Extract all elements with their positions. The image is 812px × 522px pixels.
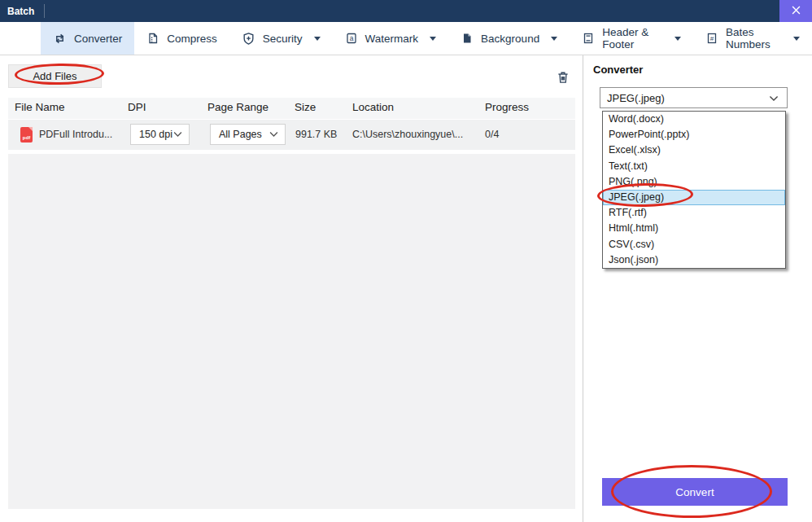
dpi-select[interactable]: 150 dpi xyxy=(130,124,190,145)
tab-security[interactable]: Security xyxy=(229,22,333,55)
column-header-page-range: Page Range xyxy=(207,101,268,113)
svg-text:a: a xyxy=(349,34,353,42)
dropdown-option-png[interactable]: PNG(.png) xyxy=(603,174,785,190)
file-size: 991.7 KB xyxy=(295,129,337,140)
watermark-icon: a xyxy=(345,32,358,45)
svg-text:#: # xyxy=(710,35,714,42)
tab-header-footer[interactable]: Header & Footer xyxy=(570,22,693,55)
titlebar-divider xyxy=(44,4,45,18)
security-icon xyxy=(242,32,255,46)
close-icon xyxy=(792,5,801,17)
converter-icon xyxy=(53,32,67,46)
header-footer-icon xyxy=(582,32,595,45)
chevron-down-icon xyxy=(269,129,278,140)
tab-watermark[interactable]: a Watermark xyxy=(333,22,449,55)
column-header-size: Size xyxy=(295,101,316,113)
tab-background[interactable]: Background xyxy=(448,22,570,55)
column-header-file-name: File Name xyxy=(15,101,65,113)
chevron-down-icon xyxy=(551,37,557,41)
tab-label: Header & Footer xyxy=(602,26,663,50)
chevron-down-icon xyxy=(769,92,779,104)
dropdown-option-text[interactable]: Text(.txt) xyxy=(603,159,785,174)
dropdown-option-jpeg[interactable]: JPEG(.jpeg) xyxy=(603,190,785,205)
trash-icon xyxy=(556,75,570,87)
background-icon xyxy=(461,32,474,45)
batch-window: Batch Converter C xyxy=(0,0,812,522)
format-select-value: JPEG(.jpeg) xyxy=(607,92,665,104)
chevron-down-icon xyxy=(173,129,182,140)
toolbar-tabs: Converter Compress Security xyxy=(0,22,812,55)
dropdown-option-html[interactable]: Html(.html) xyxy=(603,221,785,236)
format-select[interactable]: JPEG(.jpeg) xyxy=(600,87,788,108)
dropdown-option-json[interactable]: Json(.json) xyxy=(603,252,785,268)
chevron-down-icon xyxy=(793,37,800,41)
column-header-location: Location xyxy=(352,101,394,113)
tab-label: Bates Numbers xyxy=(726,26,782,50)
tab-label: Background xyxy=(481,33,539,45)
tab-compress[interactable]: Compress xyxy=(134,22,229,55)
chevron-down-icon xyxy=(314,37,321,41)
tab-bates-numbers[interactable]: # Bates Numbers xyxy=(693,22,812,55)
chevron-down-icon xyxy=(674,37,681,41)
titlebar: Batch xyxy=(0,0,812,22)
tab-label: Watermark xyxy=(365,33,419,45)
window-title: Batch xyxy=(0,6,34,17)
file-list-empty-area xyxy=(8,154,575,509)
dropdown-option-powerpoint[interactable]: PowerPoint(.pptx) xyxy=(603,127,785,143)
file-name: PDFull Introdu... xyxy=(39,129,112,140)
file-table-header: File Name DPI Page Range Size Location P… xyxy=(8,98,575,119)
file-location: C:\Users\zhouxingyue\... xyxy=(352,129,463,140)
page-range-select[interactable]: All Pages xyxy=(210,124,286,145)
tab-converter[interactable]: Converter xyxy=(41,22,134,55)
panel-title: Converter xyxy=(593,64,643,76)
converter-panel: Converter JPEG(.jpeg) Word(.docx) PowerP… xyxy=(583,55,812,522)
delete-files-button[interactable] xyxy=(554,69,572,87)
format-dropdown-list: Word(.docx) PowerPoint(.pptx) Excel(.xls… xyxy=(602,111,786,269)
tab-label: Security xyxy=(263,33,303,45)
dropdown-option-excel[interactable]: Excel(.xlsx) xyxy=(603,143,785,158)
file-progress: 0/4 xyxy=(485,129,499,140)
close-button[interactable] xyxy=(779,0,812,22)
chevron-down-icon xyxy=(430,37,436,41)
tab-label: Converter xyxy=(74,33,122,45)
dpi-value: 150 dpi xyxy=(139,129,172,140)
convert-button[interactable]: Convert xyxy=(602,478,788,506)
file-list-panel: Add Files File Name DPI Page Range Size … xyxy=(0,55,583,522)
column-header-progress: Progress xyxy=(485,101,529,113)
dropdown-option-word[interactable]: Word(.docx) xyxy=(603,112,785,127)
table-row[interactable]: pdf PDFull Introdu... 150 dpi All Pages … xyxy=(8,120,575,150)
add-files-button[interactable]: Add Files xyxy=(8,64,102,88)
dropdown-option-csv[interactable]: CSV(.csv) xyxy=(603,237,785,252)
dropdown-option-rtf[interactable]: RTF(.rtf) xyxy=(603,205,785,221)
tab-label: Compress xyxy=(167,33,217,45)
column-header-dpi: DPI xyxy=(128,101,146,113)
pdf-file-icon: pdf xyxy=(20,127,33,143)
compress-icon xyxy=(146,32,159,45)
page-range-value: All Pages xyxy=(219,129,262,140)
bates-numbers-icon: # xyxy=(705,32,718,45)
